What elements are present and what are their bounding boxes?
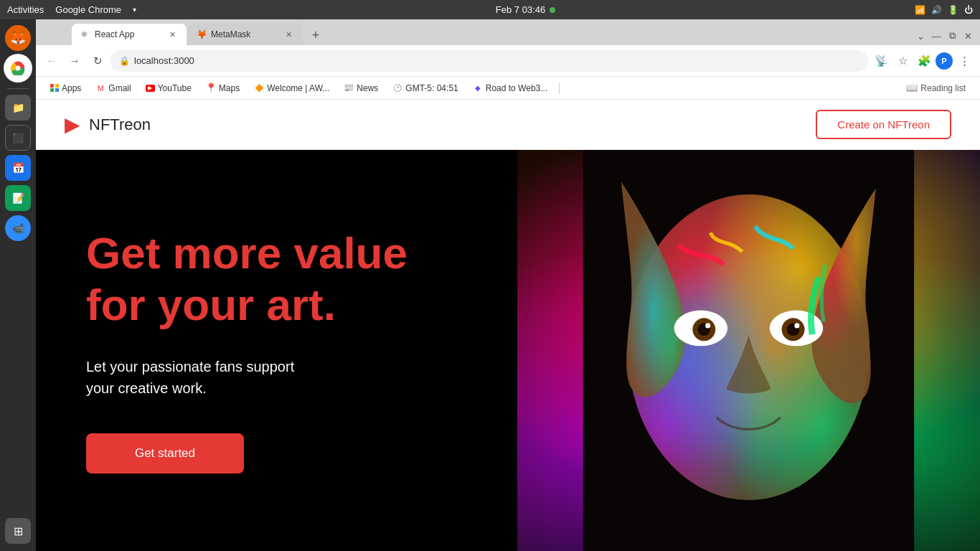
os-status-dot	[550, 7, 555, 13]
tab-metamask[interactable]: 🦊 MetaMask ✕	[188, 24, 303, 45]
bookmark-star-button[interactable]: ☆	[892, 51, 913, 71]
os-topbar: Activities Google Chrome ▾ Feb 7 03:46 📶…	[0, 0, 980, 19]
sidebar-item-apps-grid[interactable]: ⊞	[5, 518, 31, 544]
sidebar-item-chrome[interactable]	[5, 55, 31, 81]
sidebar-separator	[7, 88, 29, 89]
tab-react-app[interactable]: ⚛ React App ✕	[72, 24, 187, 45]
hero-headline-line1: Get more value	[86, 228, 407, 278]
nav-bar: ← → ↻ 🔒 localhost:3000 📡 ☆ 🧩 P ⋮	[36, 45, 980, 77]
bookmark-apps[interactable]: Apps	[44, 81, 87, 95]
clock-icon: 🕐	[392, 83, 402, 93]
os-sidebar: 🦊 📁 ⬛ 📅 📝 📹 ⊞	[0, 19, 36, 551]
datetime-label: Feb 7 03:46	[496, 4, 545, 15]
address-bar[interactable]: 🔒 localhost:3000	[110, 50, 868, 72]
hero-subtext-line2: your creative work.	[86, 380, 207, 396]
bookmark-youtube[interactable]: ▶ YouTube	[140, 81, 197, 95]
reading-list-icon: 📖	[906, 83, 918, 93]
restore-button[interactable]: ⧉	[946, 29, 958, 42]
sidebar-item-firefox[interactable]: 🦊	[5, 25, 31, 51]
reading-list-label: Reading list	[920, 83, 966, 93]
create-on-nftreon-button[interactable]: Create on NFTreon	[816, 110, 951, 139]
sidebar-item-zoom[interactable]: 📹	[5, 215, 31, 241]
sidebar-item-terminal[interactable]: ⬛	[5, 125, 31, 151]
tab-close-metamask[interactable]: ✕	[283, 29, 294, 40]
refresh-button[interactable]: ↻	[88, 51, 108, 71]
bookmark-web3-label: Road to Web3...	[486, 83, 548, 93]
hero-left: Get more value for your art. Let your pa…	[36, 150, 517, 551]
back-button[interactable]: ←	[42, 51, 62, 71]
power-icon: ⏻	[964, 5, 973, 15]
bookmark-maps[interactable]: 📍 Maps	[200, 81, 245, 95]
nftreon-logo-icon: ▶	[65, 113, 80, 136]
dropdown-arrow[interactable]: ▾	[133, 6, 136, 14]
app-name-label: Google Chrome	[55, 4, 121, 15]
news-icon: 📰	[344, 83, 354, 93]
activities-label[interactable]: Activities	[7, 4, 44, 15]
get-started-button[interactable]: Get started	[86, 433, 244, 474]
hero-art-overlay	[517, 150, 980, 551]
menu-button[interactable]: ⋮	[954, 51, 974, 71]
bookmark-news-label: News	[357, 83, 378, 93]
bookmarks-divider	[559, 83, 560, 94]
sidebar-item-calendar[interactable]: 📅	[5, 155, 31, 181]
bookmark-gmt[interactable]: 🕐 GMT-5: 04:51	[387, 81, 463, 95]
new-tab-button[interactable]: +	[306, 25, 326, 45]
maps-icon: 📍	[206, 83, 216, 93]
hero-headline-line2: for your art.	[86, 280, 336, 329]
browser-window: ⚛ React App ✕ 🦊 MetaMask ✕ + ⌄ — ⧉ ✕ ← →…	[36, 19, 980, 551]
apps-grid-icon	[50, 84, 59, 93]
welcome-icon: 🔶	[254, 83, 264, 93]
hero-right	[517, 150, 980, 551]
svg-point-18	[794, 323, 799, 328]
hero-subtext: Let your passionate fans support your cr…	[86, 356, 467, 399]
nftreon-header: ▶ NFTreon Create on NFTreon	[36, 100, 980, 150]
battery-icon: 🔋	[948, 5, 958, 15]
nftreon-logo-text: NFTreon	[89, 116, 151, 134]
bookmarks-bar: Apps M Gmail ▶ YouTube 📍 Maps 🔶 Welcome …	[36, 77, 980, 100]
svg-point-1	[16, 66, 21, 71]
nav-right-icons: 📡 ☆ 🧩 P ⋮	[871, 51, 974, 71]
hero-section: Get more value for your art. Let your pa…	[36, 150, 980, 551]
nftreon-logo: ▶ NFTreon	[65, 113, 151, 136]
profile-button[interactable]: P	[936, 52, 953, 70]
volume-icon: 🔊	[931, 5, 942, 15]
tab-favicon-react: ⚛	[80, 29, 90, 39]
lock-icon: 🔒	[119, 56, 130, 66]
bookmark-apps-label: Apps	[62, 83, 81, 93]
bookmark-news[interactable]: 📰 News	[338, 81, 384, 95]
sidebar-item-files[interactable]: 📁	[5, 95, 31, 121]
hero-subtext-line1: Let your passionate fans support	[86, 359, 294, 375]
gmail-icon: M	[95, 83, 105, 93]
eth-icon: ◆	[473, 83, 483, 93]
bookmark-welcome-label: Welcome | AW...	[267, 83, 329, 93]
reading-list-button[interactable]: 📖 Reading list	[900, 80, 971, 95]
close-window-button[interactable]: ✕	[961, 29, 974, 42]
cast-button[interactable]: 📡	[871, 51, 891, 71]
bookmark-web3[interactable]: ◆ Road to Web3...	[467, 81, 554, 95]
tab-bar: ⚛ React App ✕ 🦊 MetaMask ✕ + ⌄ — ⧉ ✕	[36, 19, 980, 45]
bookmark-gmail-label: Gmail	[108, 83, 131, 93]
tab-list-button[interactable]: ⌄	[914, 29, 927, 42]
tab-title-metamask: MetaMask	[211, 29, 278, 39]
hero-headline: Get more value for your art.	[86, 227, 467, 330]
minimize-button[interactable]: —	[930, 29, 943, 42]
network-icon: 📶	[915, 5, 925, 15]
bookmark-gmt-label: GMT-5: 04:51	[405, 83, 458, 93]
bookmark-youtube-label: YouTube	[158, 83, 192, 93]
svg-point-14	[705, 323, 710, 328]
tab-title-react: React App	[95, 29, 162, 39]
sidebar-item-notes[interactable]: 📝	[5, 185, 31, 211]
website-content: ▶ NFTreon Create on NFTreon Get more val…	[36, 100, 980, 551]
forward-button[interactable]: →	[65, 51, 85, 71]
bookmark-maps-label: Maps	[219, 83, 240, 93]
extensions-button[interactable]: 🧩	[914, 51, 934, 71]
hero-face-art	[517, 150, 980, 551]
address-text: localhost:3000	[134, 55, 859, 66]
tab-close-react[interactable]: ✕	[166, 29, 178, 40]
tab-favicon-metamask: 🦊	[197, 29, 207, 39]
bookmark-welcome[interactable]: 🔶 Welcome | AW...	[248, 81, 335, 95]
tab-controls: ⌄ — ⧉ ✕	[914, 29, 974, 42]
youtube-icon: ▶	[146, 85, 155, 92]
bookmark-gmail[interactable]: M Gmail	[90, 81, 136, 95]
